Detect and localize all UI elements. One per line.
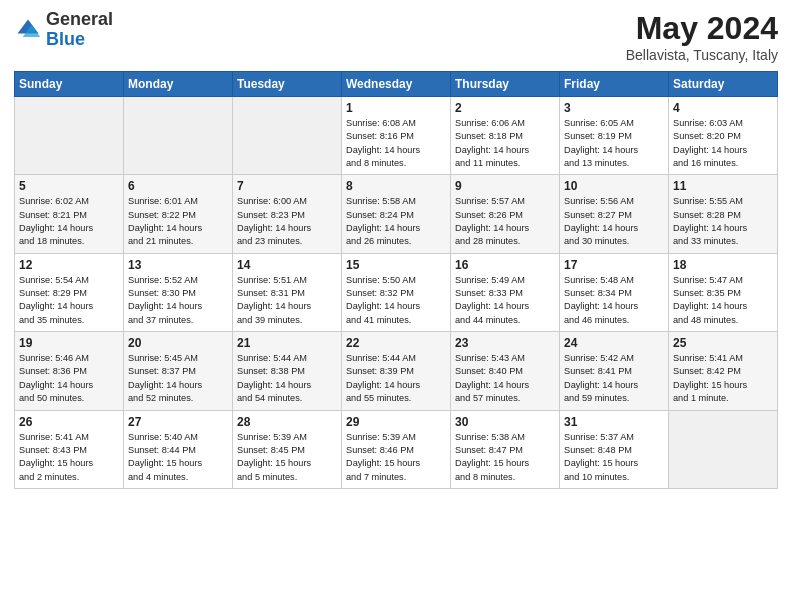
calendar-cell: 12Sunrise: 5:54 AM Sunset: 8:29 PM Dayli…: [15, 253, 124, 331]
day-info: Sunrise: 5:51 AM Sunset: 8:31 PM Dayligh…: [237, 274, 337, 327]
day-number: 29: [346, 415, 446, 429]
day-number: 22: [346, 336, 446, 350]
day-info: Sunrise: 5:50 AM Sunset: 8:32 PM Dayligh…: [346, 274, 446, 327]
main-title: May 2024: [626, 10, 778, 47]
day-info: Sunrise: 5:57 AM Sunset: 8:26 PM Dayligh…: [455, 195, 555, 248]
header: General Blue May 2024 Bellavista, Tuscan…: [14, 10, 778, 63]
day-info: Sunrise: 5:49 AM Sunset: 8:33 PM Dayligh…: [455, 274, 555, 327]
day-number: 6: [128, 179, 228, 193]
col-wednesday: Wednesday: [342, 72, 451, 97]
day-info: Sunrise: 5:41 AM Sunset: 8:42 PM Dayligh…: [673, 352, 773, 405]
day-info: Sunrise: 5:44 AM Sunset: 8:39 PM Dayligh…: [346, 352, 446, 405]
calendar-cell: 26Sunrise: 5:41 AM Sunset: 8:43 PM Dayli…: [15, 410, 124, 488]
calendar-cell: [669, 410, 778, 488]
title-block: May 2024 Bellavista, Tuscany, Italy: [626, 10, 778, 63]
day-number: 31: [564, 415, 664, 429]
day-number: 7: [237, 179, 337, 193]
day-info: Sunrise: 5:52 AM Sunset: 8:30 PM Dayligh…: [128, 274, 228, 327]
logo-blue: Blue: [46, 29, 85, 49]
day-number: 9: [455, 179, 555, 193]
day-number: 17: [564, 258, 664, 272]
calendar-week-3: 12Sunrise: 5:54 AM Sunset: 8:29 PM Dayli…: [15, 253, 778, 331]
day-info: Sunrise: 5:42 AM Sunset: 8:41 PM Dayligh…: [564, 352, 664, 405]
day-info: Sunrise: 6:05 AM Sunset: 8:19 PM Dayligh…: [564, 117, 664, 170]
calendar-cell: 23Sunrise: 5:43 AM Sunset: 8:40 PM Dayli…: [451, 332, 560, 410]
day-number: 14: [237, 258, 337, 272]
calendar-week-1: 1Sunrise: 6:08 AM Sunset: 8:16 PM Daylig…: [15, 97, 778, 175]
day-info: Sunrise: 5:46 AM Sunset: 8:36 PM Dayligh…: [19, 352, 119, 405]
page: General Blue May 2024 Bellavista, Tuscan…: [0, 0, 792, 612]
day-number: 30: [455, 415, 555, 429]
calendar-cell: 28Sunrise: 5:39 AM Sunset: 8:45 PM Dayli…: [233, 410, 342, 488]
calendar-cell: 5Sunrise: 6:02 AM Sunset: 8:21 PM Daylig…: [15, 175, 124, 253]
calendar-cell: 2Sunrise: 6:06 AM Sunset: 8:18 PM Daylig…: [451, 97, 560, 175]
day-info: Sunrise: 5:48 AM Sunset: 8:34 PM Dayligh…: [564, 274, 664, 327]
day-number: 2: [455, 101, 555, 115]
col-thursday: Thursday: [451, 72, 560, 97]
day-number: 27: [128, 415, 228, 429]
day-info: Sunrise: 5:38 AM Sunset: 8:47 PM Dayligh…: [455, 431, 555, 484]
day-number: 18: [673, 258, 773, 272]
calendar-cell: 22Sunrise: 5:44 AM Sunset: 8:39 PM Dayli…: [342, 332, 451, 410]
day-number: 1: [346, 101, 446, 115]
day-number: 21: [237, 336, 337, 350]
col-friday: Friday: [560, 72, 669, 97]
calendar-cell: 4Sunrise: 6:03 AM Sunset: 8:20 PM Daylig…: [669, 97, 778, 175]
calendar-week-4: 19Sunrise: 5:46 AM Sunset: 8:36 PM Dayli…: [15, 332, 778, 410]
calendar-cell: 13Sunrise: 5:52 AM Sunset: 8:30 PM Dayli…: [124, 253, 233, 331]
day-number: 5: [19, 179, 119, 193]
subtitle: Bellavista, Tuscany, Italy: [626, 47, 778, 63]
day-number: 19: [19, 336, 119, 350]
calendar-cell: 19Sunrise: 5:46 AM Sunset: 8:36 PM Dayli…: [15, 332, 124, 410]
col-sunday: Sunday: [15, 72, 124, 97]
day-info: Sunrise: 5:39 AM Sunset: 8:46 PM Dayligh…: [346, 431, 446, 484]
calendar-cell: 17Sunrise: 5:48 AM Sunset: 8:34 PM Dayli…: [560, 253, 669, 331]
day-number: 10: [564, 179, 664, 193]
calendar-cell: 30Sunrise: 5:38 AM Sunset: 8:47 PM Dayli…: [451, 410, 560, 488]
day-number: 15: [346, 258, 446, 272]
day-number: 8: [346, 179, 446, 193]
day-info: Sunrise: 6:03 AM Sunset: 8:20 PM Dayligh…: [673, 117, 773, 170]
calendar-cell: 9Sunrise: 5:57 AM Sunset: 8:26 PM Daylig…: [451, 175, 560, 253]
day-info: Sunrise: 6:01 AM Sunset: 8:22 PM Dayligh…: [128, 195, 228, 248]
calendar-cell: 3Sunrise: 6:05 AM Sunset: 8:19 PM Daylig…: [560, 97, 669, 175]
day-number: 26: [19, 415, 119, 429]
calendar-cell: 27Sunrise: 5:40 AM Sunset: 8:44 PM Dayli…: [124, 410, 233, 488]
header-row: Sunday Monday Tuesday Wednesday Thursday…: [15, 72, 778, 97]
calendar-cell: 14Sunrise: 5:51 AM Sunset: 8:31 PM Dayli…: [233, 253, 342, 331]
calendar-cell: 1Sunrise: 6:08 AM Sunset: 8:16 PM Daylig…: [342, 97, 451, 175]
day-info: Sunrise: 5:39 AM Sunset: 8:45 PM Dayligh…: [237, 431, 337, 484]
day-number: 4: [673, 101, 773, 115]
day-info: Sunrise: 5:54 AM Sunset: 8:29 PM Dayligh…: [19, 274, 119, 327]
calendar-cell: 21Sunrise: 5:44 AM Sunset: 8:38 PM Dayli…: [233, 332, 342, 410]
day-info: Sunrise: 5:41 AM Sunset: 8:43 PM Dayligh…: [19, 431, 119, 484]
day-info: Sunrise: 5:45 AM Sunset: 8:37 PM Dayligh…: [128, 352, 228, 405]
col-saturday: Saturday: [669, 72, 778, 97]
day-info: Sunrise: 5:43 AM Sunset: 8:40 PM Dayligh…: [455, 352, 555, 405]
day-number: 25: [673, 336, 773, 350]
calendar-cell: 18Sunrise: 5:47 AM Sunset: 8:35 PM Dayli…: [669, 253, 778, 331]
day-info: Sunrise: 5:37 AM Sunset: 8:48 PM Dayligh…: [564, 431, 664, 484]
day-number: 13: [128, 258, 228, 272]
logo-icon: [14, 16, 42, 44]
calendar-cell: 25Sunrise: 5:41 AM Sunset: 8:42 PM Dayli…: [669, 332, 778, 410]
day-number: 16: [455, 258, 555, 272]
calendar-cell: 8Sunrise: 5:58 AM Sunset: 8:24 PM Daylig…: [342, 175, 451, 253]
day-number: 11: [673, 179, 773, 193]
calendar-cell: 7Sunrise: 6:00 AM Sunset: 8:23 PM Daylig…: [233, 175, 342, 253]
calendar-table: Sunday Monday Tuesday Wednesday Thursday…: [14, 71, 778, 489]
calendar-cell: 29Sunrise: 5:39 AM Sunset: 8:46 PM Dayli…: [342, 410, 451, 488]
calendar-cell: [233, 97, 342, 175]
calendar-cell: 20Sunrise: 5:45 AM Sunset: 8:37 PM Dayli…: [124, 332, 233, 410]
day-info: Sunrise: 5:44 AM Sunset: 8:38 PM Dayligh…: [237, 352, 337, 405]
calendar-cell: [124, 97, 233, 175]
day-number: 3: [564, 101, 664, 115]
day-number: 20: [128, 336, 228, 350]
day-number: 24: [564, 336, 664, 350]
day-info: Sunrise: 5:56 AM Sunset: 8:27 PM Dayligh…: [564, 195, 664, 248]
calendar-cell: 11Sunrise: 5:55 AM Sunset: 8:28 PM Dayli…: [669, 175, 778, 253]
day-info: Sunrise: 6:02 AM Sunset: 8:21 PM Dayligh…: [19, 195, 119, 248]
day-info: Sunrise: 6:08 AM Sunset: 8:16 PM Dayligh…: [346, 117, 446, 170]
calendar-week-5: 26Sunrise: 5:41 AM Sunset: 8:43 PM Dayli…: [15, 410, 778, 488]
day-info: Sunrise: 5:58 AM Sunset: 8:24 PM Dayligh…: [346, 195, 446, 248]
